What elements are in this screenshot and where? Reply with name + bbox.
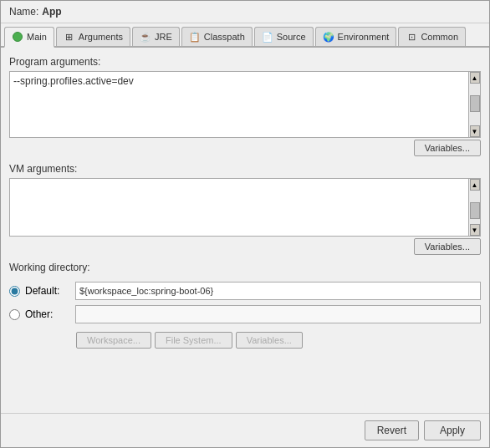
filesystem-button[interactable]: File System... [155,332,232,349]
vm-scroll-thumb[interactable] [470,202,480,219]
dialog: Name: App Main ⊞ Arguments ☕ JRE 📋 Class… [0,0,490,448]
vm-args-section: VM arguments: ▲ ▼ Variables... [9,163,481,255]
jre-icon: ☕ [140,31,151,43]
program-args-label: Program arguments: [9,56,481,68]
scroll-up-arrow[interactable]: ▲ [470,72,480,84]
program-args-section: Program arguments: ▲ ▼ Variables... [9,56,481,156]
tab-classpath-label: Classpath [204,32,245,42]
default-label: Default: [25,285,70,297]
source-icon: 📄 [262,31,273,43]
tabs-bar: Main ⊞ Arguments ☕ JRE 📋 Classpath 📄 Sou… [1,23,489,48]
tab-classpath[interactable]: 📋 Classpath [181,27,253,46]
vm-args-label: VM arguments: [9,163,481,175]
tab-common-label: Common [421,32,458,42]
workspace-button[interactable]: Workspace... [76,332,151,349]
vm-scroll-up-arrow[interactable]: ▲ [470,179,480,191]
tab-arguments-label: Arguments [79,32,123,42]
tab-source-label: Source [277,32,306,42]
tab-arguments[interactable]: ⊞ Arguments [56,27,130,46]
name-label: Name: [9,6,38,18]
scroll-thumb[interactable] [470,95,480,112]
apply-button[interactable]: Apply [424,420,481,440]
program-args-btn-row: Variables... [9,140,481,156]
vm-args-variables-button[interactable]: Variables... [414,238,481,255]
other-label: Other: [25,308,70,320]
tab-environment[interactable]: 🌍 Environment [315,27,397,46]
circle-icon [12,31,23,43]
default-dir-input[interactable] [75,282,481,300]
vm-args-container: ▲ ▼ [9,178,481,237]
vm-scroll-down-arrow[interactable]: ▼ [470,224,480,236]
program-args-variables-button[interactable]: Variables... [414,140,481,156]
arguments-icon: ⊞ [64,31,75,43]
tab-environment-label: Environment [338,32,390,42]
working-dir-label: Working directory: [9,262,481,273]
tab-common[interactable]: ⊡ Common [398,27,466,46]
default-radio[interactable] [9,286,20,297]
bottom-bar: Revert Apply [1,413,489,447]
other-radio-row: Other: [9,305,481,323]
vm-args-input[interactable] [10,179,480,236]
tab-main-label: Main [27,32,47,42]
program-args-container: ▲ ▼ [9,71,481,138]
tab-main[interactable]: Main [4,27,54,48]
working-dir-btn-group: Workspace... File System... Variables... [76,332,481,349]
tab-jre[interactable]: ☕ JRE [132,27,180,46]
other-dir-input[interactable] [75,305,481,323]
program-args-input[interactable] [10,72,480,137]
title-bar: Name: App [1,1,489,23]
working-dir-variables-button[interactable]: Variables... [236,332,303,349]
common-icon: ⊡ [406,31,417,43]
name-value: App [42,6,61,18]
revert-button[interactable]: Revert [365,420,419,440]
other-radio[interactable] [9,309,20,320]
default-radio-row: Default: [9,282,481,300]
classpath-icon: 📋 [189,31,201,43]
env-icon: 🌍 [323,31,334,43]
vm-args-btn-row: Variables... [9,238,481,255]
scroll-down-arrow[interactable]: ▼ [470,125,480,137]
tab-source[interactable]: 📄 Source [254,27,314,46]
vm-args-scrollbar[interactable]: ▲ ▼ [468,179,480,236]
working-dir-section: Working directory: Default: Other: Works… [9,262,481,349]
content-area: Program arguments: ▲ ▼ Variables... VM a… [1,48,489,413]
tab-jre-label: JRE [155,32,172,42]
program-args-scrollbar[interactable]: ▲ ▼ [468,72,480,137]
